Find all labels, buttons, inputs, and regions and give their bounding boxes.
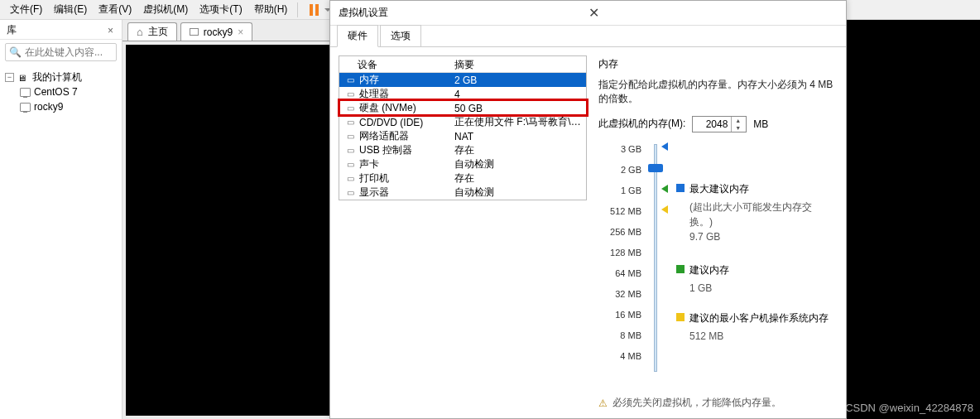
hw-row[interactable]: ▭CD/DVD (IDE)正在使用文件 F:\马哥教育\R... xyxy=(339,115,586,129)
home-icon xyxy=(137,26,143,38)
vm-icon xyxy=(190,28,199,36)
library-sidebar: 库 × 🔍 − 我的计算机 CentOS 7 xyxy=(0,20,122,419)
search-icon: 🔍 xyxy=(9,46,22,58)
marker-max-icon xyxy=(661,142,668,151)
right-black-strip xyxy=(847,20,980,419)
tick-label: 2 GB xyxy=(621,165,641,185)
tree-collapse-icon[interactable]: − xyxy=(5,73,14,82)
marker-rec-icon xyxy=(661,185,668,193)
tab-close-icon[interactable]: × xyxy=(238,26,243,38)
memory-panel: 内存 指定分配给此虚拟机的内存量。内存大小必须为 4 MB 的倍数。 此虚拟机的… xyxy=(595,55,838,410)
tick-label: 64 MB xyxy=(615,268,641,289)
hw-row[interactable]: ▭处理器4 xyxy=(339,87,586,101)
tick-label: 32 MB xyxy=(615,289,641,310)
menu-edit[interactable]: 编辑(E) xyxy=(49,1,92,18)
device-icon: ▭ xyxy=(344,104,356,113)
menu-file[interactable]: 文件(F) xyxy=(5,1,47,18)
col-device: 设备 xyxy=(339,56,451,72)
tick-label: 1 GB xyxy=(621,185,641,206)
tree-root[interactable]: − 我的计算机 xyxy=(5,70,118,84)
library-tree: − 我的计算机 CentOS 7 rocky9 xyxy=(0,65,122,114)
device-icon: ▭ xyxy=(344,89,356,99)
tab-options[interactable]: 选项 xyxy=(380,25,421,46)
hw-row[interactable]: ▭显示器自动检测 xyxy=(339,185,586,200)
menu-vm[interactable]: 虚拟机(M) xyxy=(138,1,193,18)
sidebar-title: 库 xyxy=(7,23,17,37)
dialog-title: 虚拟机设置 xyxy=(339,6,584,20)
vm-icon xyxy=(20,88,31,97)
pause-button[interactable] xyxy=(306,2,321,17)
tick-label: 8 MB xyxy=(620,330,641,351)
vm-icon xyxy=(20,103,31,112)
memory-desc: 指定分配给此虚拟机的内存量。内存大小必须为 4 MB 的倍数。 xyxy=(598,78,834,106)
vm-settings-dialog: 虚拟机设置 ✕ 硬件 选项 设备 摘要 ▭内存2 GB▭处理器4▭硬盘 (NVM… xyxy=(329,0,847,419)
tab-hardware[interactable]: 硬件 xyxy=(337,25,378,47)
sidebar-search[interactable]: 🔍 xyxy=(5,43,117,61)
hw-row[interactable]: ▭网络适配器NAT xyxy=(339,129,586,143)
tick-label: 512 MB xyxy=(610,206,641,227)
device-icon: ▭ xyxy=(344,188,356,198)
tick-label: 16 MB xyxy=(615,310,641,330)
memory-unit: MB xyxy=(753,118,768,130)
tab-home[interactable]: 主页 xyxy=(127,22,177,41)
device-icon: ▭ xyxy=(344,146,356,156)
tick-label: 4 MB xyxy=(620,351,641,372)
memory-input[interactable] xyxy=(693,118,731,130)
memory-spinner[interactable]: ▲▼ xyxy=(692,116,747,132)
hw-row[interactable]: ▭USB 控制器存在 xyxy=(339,143,586,157)
dialog-close-icon[interactable]: ✕ xyxy=(584,3,838,22)
menu-tabs[interactable]: 选项卡(T) xyxy=(195,1,247,18)
tree-item-centos[interactable]: CentOS 7 xyxy=(5,84,118,99)
hw-row[interactable]: ▭硬盘 (NVMe)50 GB xyxy=(339,101,586,115)
hw-row[interactable]: ▭打印机存在 xyxy=(339,171,586,185)
memory-title: 内存 xyxy=(598,57,834,71)
hw-row[interactable]: ▭内存2 GB xyxy=(339,73,586,87)
tick-label: 256 MB xyxy=(610,227,641,248)
menu-view[interactable]: 查看(V) xyxy=(94,1,137,18)
spin-down-icon[interactable]: ▼ xyxy=(732,124,744,132)
legend-blue-icon xyxy=(676,184,685,192)
tick-label: 128 MB xyxy=(610,248,641,268)
legend-green-icon xyxy=(676,265,685,273)
memory-field-label: 此虚拟机的内存(M): xyxy=(598,117,685,131)
shutdown-note: 必须先关闭虚拟机，才能降低内存量。 xyxy=(598,388,834,410)
slider-thumb[interactable] xyxy=(648,164,663,172)
tab-rocky9[interactable]: rocky9 × xyxy=(180,22,252,41)
device-icon: ▭ xyxy=(344,75,356,85)
tick-label: 3 GB xyxy=(621,144,641,165)
device-icon: ▭ xyxy=(344,118,356,128)
sidebar-close-icon[interactable]: × xyxy=(104,25,117,36)
col-summary: 摘要 xyxy=(451,56,478,72)
device-icon: ▭ xyxy=(344,174,356,184)
hw-row[interactable]: ▭声卡自动检测 xyxy=(339,157,586,171)
marker-min-icon xyxy=(661,205,668,214)
memory-slider[interactable] xyxy=(646,144,665,381)
computer-icon xyxy=(17,72,29,82)
device-icon: ▭ xyxy=(344,132,356,142)
hardware-list: 设备 摘要 ▭内存2 GB▭处理器4▭硬盘 (NVMe)50 GB▭CD/DVD… xyxy=(339,55,587,200)
watermark: CSDN @weixin_42284878 xyxy=(845,402,973,414)
legend-yellow-icon xyxy=(676,313,685,321)
menu-help[interactable]: 帮助(H) xyxy=(249,1,293,18)
memory-legend: 最大建议内存 (超出此大小可能发生内存交换。) 9.7 GB 建议内存 1 GB… xyxy=(665,144,834,381)
tree-root-label: 我的计算机 xyxy=(32,70,82,84)
warning-icon xyxy=(598,397,608,409)
tree-item-rocky[interactable]: rocky9 xyxy=(5,99,118,114)
device-icon: ▭ xyxy=(344,160,356,170)
spin-up-icon[interactable]: ▲ xyxy=(732,117,744,124)
slider-ticks: 3 GB2 GB1 GB512 MB256 MB128 MB64 MB32 MB… xyxy=(598,144,646,381)
